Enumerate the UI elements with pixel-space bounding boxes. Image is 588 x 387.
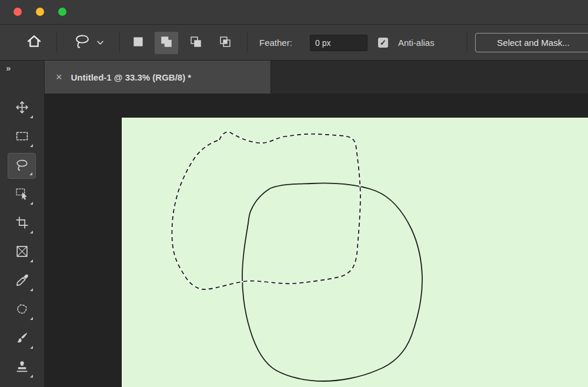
canvas-background	[122, 118, 588, 387]
anti-alias-checkbox[interactable]: ✓	[378, 38, 388, 48]
anti-alias-label: Anti-alias	[398, 38, 435, 48]
marquee-icon	[15, 129, 29, 146]
crop-icon	[15, 215, 29, 232]
tool-brush[interactable]	[8, 326, 36, 352]
tool-eyedropper[interactable]	[8, 268, 36, 294]
tools-panel: »	[0, 61, 45, 387]
tools-list	[8, 95, 36, 383]
patch-icon	[15, 302, 29, 319]
feather-input[interactable]	[310, 35, 368, 51]
current-tool-dropdown[interactable]	[65, 25, 112, 60]
select-and-mask-button[interactable]: Select and Mask...	[475, 33, 588, 52]
checkmark-icon: ✓	[380, 38, 386, 47]
close-tab-icon[interactable]: ×	[56, 71, 62, 84]
home-icon	[26, 33, 42, 52]
separator	[247, 32, 248, 53]
home-button[interactable]	[21, 25, 47, 60]
separator	[119, 32, 120, 53]
intersect-selection-icon	[218, 35, 232, 51]
tool-object-selection[interactable]	[8, 182, 36, 208]
tool-options-bar: Feather: ✓ Anti-alias Select and Mask...	[0, 25, 588, 61]
tool-crop[interactable]	[8, 211, 36, 236]
new-selection-mode-button[interactable]	[126, 32, 150, 54]
tool-lasso[interactable]	[8, 153, 36, 179]
lasso-icon	[74, 32, 91, 52]
clone-stamp-icon	[15, 359, 29, 376]
subtract-from-selection-icon	[189, 35, 203, 51]
document-tab[interactable]: × Untitled-1 @ 33.3% (RGB/8) *	[44, 61, 271, 94]
move-icon	[15, 100, 29, 117]
frame-icon	[15, 244, 29, 261]
document-tab-title: Untitled-1 @ 33.3% (RGB/8) *	[71, 72, 192, 82]
canvas-work-area	[45, 94, 588, 387]
add-to-selection-mode-button[interactable]	[155, 32, 178, 54]
tool-move[interactable]	[8, 95, 36, 121]
lasso-icon	[15, 158, 29, 175]
separator	[56, 32, 57, 53]
window-titlebar	[0, 0, 588, 25]
minimize-window-button[interactable]	[36, 8, 44, 16]
tool-frame[interactable]	[8, 239, 36, 265]
select-and-mask-label: Select and Mask...	[497, 38, 569, 48]
chevron-down-icon	[97, 37, 103, 48]
brush-icon	[15, 331, 29, 348]
add-to-selection-icon	[159, 35, 173, 51]
new-selection-icon	[131, 35, 145, 51]
document-canvas[interactable]	[122, 118, 588, 387]
subtract-from-selection-mode-button[interactable]	[184, 32, 208, 54]
feather-label: Feather:	[259, 38, 292, 48]
zoom-window-button[interactable]	[58, 8, 66, 16]
double-chevron-right-icon[interactable]: »	[6, 63, 10, 73]
tool-patch[interactable]	[8, 297, 36, 323]
eyedropper-icon	[15, 273, 29, 290]
tool-clone-stamp[interactable]	[8, 355, 36, 381]
tool-rectangular-marquee[interactable]	[8, 124, 36, 150]
intersect-selection-mode-button[interactable]	[213, 32, 237, 54]
separator	[467, 32, 467, 53]
object-selection-icon	[15, 186, 29, 203]
close-window-button[interactable]	[14, 8, 22, 16]
document-tab-bar: × Untitled-1 @ 33.3% (RGB/8) *	[44, 61, 588, 94]
